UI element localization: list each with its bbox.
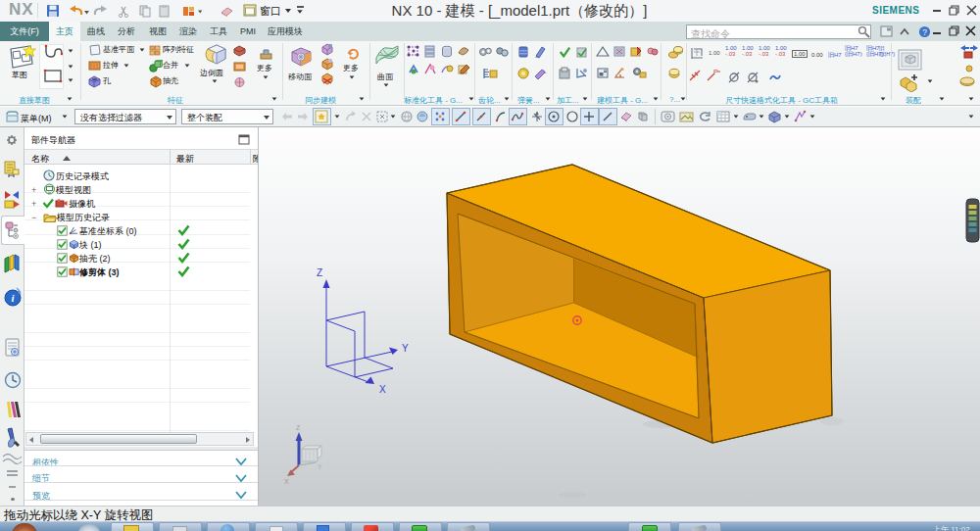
svg-text:Z: Z: [317, 267, 322, 278]
svg-text:X: X: [284, 478, 289, 485]
svg-text:Z: Z: [296, 424, 301, 431]
svg-text:?: ?: [922, 27, 927, 37]
svg-text:Y: Y: [402, 343, 409, 354]
svg-text:Y: Y: [318, 463, 322, 470]
svg-text:X: X: [379, 384, 386, 395]
